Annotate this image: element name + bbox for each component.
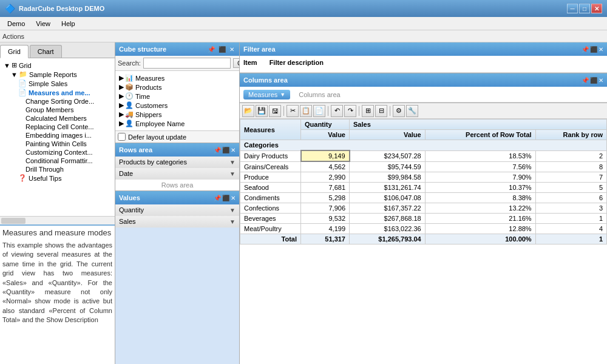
cube-customers[interactable]: ▶ 👤 Customers (117, 101, 238, 110)
values-close-icon[interactable]: ✕ (231, 195, 236, 201)
tree-group[interactable]: Group Members (1, 106, 114, 114)
values-float-icon[interactable]: ⬛ (222, 195, 229, 201)
tree-embed-label: Embedding images i... (25, 132, 92, 139)
rows-close-icon[interactable]: ✕ (231, 147, 236, 153)
toolbar-expand-btn[interactable]: ⊞ (362, 105, 374, 117)
toolbar-redo-btn[interactable]: ↷ (344, 105, 356, 117)
toolbar-settings-btn[interactable]: ⚙ (393, 105, 405, 117)
filter-content: Item Filter description (240, 56, 607, 73)
tab-grid[interactable]: Grid (0, 45, 29, 58)
tree-replacing[interactable]: Replacing Cell Conte... (1, 123, 114, 131)
cols-close-icon[interactable]: ✕ (599, 77, 603, 84)
rows-area-panel: Rows area 📌 ⬛ ✕ Products by categories ▼… (115, 143, 239, 191)
measures-chip[interactable]: Measures ▼ (243, 90, 290, 99)
tree-sorting[interactable]: Change Sorting Orde... (1, 97, 114, 106)
cube-employee[interactable]: ▶ 👤 Employee Name (117, 119, 238, 128)
tab-chart[interactable]: Chart (30, 45, 62, 58)
minimize-button[interactable]: ─ (567, 4, 578, 13)
cell-qty: 9,149 (301, 150, 350, 161)
values-item-qty[interactable]: Quantity ▼ (115, 204, 239, 216)
tree-customizing[interactable]: Customizing Context... (1, 148, 114, 157)
expand-employee: ▶ (119, 120, 124, 127)
rows-date-dropdown-icon[interactable]: ▼ (229, 170, 236, 177)
rows-item-products[interactable]: Products by categories ▼ (115, 157, 239, 168)
cols-pin-icon[interactable]: 📌 (582, 77, 589, 84)
values-item-sales[interactable]: Sales ▼ (115, 216, 239, 228)
rows-float-icon[interactable]: ⬛ (222, 147, 229, 153)
toolbar-paste-btn[interactable]: 📄 (313, 105, 325, 117)
menu-help[interactable]: Help (56, 19, 80, 29)
menu-view[interactable]: View (31, 19, 55, 29)
maximize-button[interactable]: □ (579, 4, 590, 13)
actionsbar: Actions (0, 30, 607, 42)
cell-category: Meat/Poultry (240, 224, 301, 234)
close-button[interactable]: ✕ (591, 4, 602, 13)
tree-drill[interactable]: Drill Through (1, 165, 114, 174)
measures-chip-dropdown[interactable]: ▼ (280, 92, 285, 98)
cols-float-icon[interactable]: ⬛ (590, 77, 597, 84)
cube-tree: ▶ 📊 Measures ▶ 📦 Products ▶ 🕐 Tim (115, 71, 239, 130)
tree-useful[interactable]: ❓ Useful Tips (1, 174, 114, 183)
cube-float-icon[interactable]: ⬛ (217, 46, 227, 53)
cube-pin-icon[interactable]: 📌 (206, 46, 216, 53)
toolbar-copy-btn[interactable]: 📋 (300, 105, 312, 117)
tree-painting[interactable]: Painting Within Cells (1, 140, 114, 148)
search-input[interactable] (143, 58, 231, 69)
qty-value-header: Value (328, 131, 345, 138)
values-sales-dropdown-icon[interactable]: ▼ (229, 218, 236, 225)
total-row: Total 51,317 $1,265,793.04 100.00% 1 (240, 234, 607, 244)
cube-products[interactable]: ▶ 📦 Products (117, 83, 238, 92)
rows-title: Rows area (119, 146, 152, 153)
cube-close-icon[interactable]: ✕ (228, 46, 236, 53)
toolbar-save2-btn[interactable]: 🖫 (269, 105, 281, 117)
tree-calc[interactable]: Calculated Members (1, 114, 114, 123)
filter-float-icon[interactable]: ⬛ (590, 46, 597, 53)
rows-products-label: Products by categories (119, 158, 227, 166)
products-icon: 📦 (125, 83, 134, 91)
values-qty-dropdown-icon[interactable]: ▼ (229, 207, 236, 214)
app-icon: 🔷 (5, 4, 15, 13)
filter-icons: 📌 ⬛ ✕ (582, 46, 603, 53)
defer-checkbox[interactable] (118, 133, 126, 141)
menu-demo[interactable]: Demo (2, 19, 30, 29)
toolbar-more-btn[interactable]: 🔧 (406, 105, 418, 117)
pct-header: Percent of Row Total (466, 131, 532, 138)
cell-pct: 21.16% (425, 214, 535, 224)
cube-time[interactable]: ▶ 🕐 Time (117, 92, 238, 101)
time-icon: 🕐 (125, 92, 134, 100)
cell-category: Confections (240, 203, 301, 214)
tree-embedding[interactable]: Embedding images i... (1, 131, 114, 140)
th-rank: Rank by row (535, 130, 606, 140)
values-title: Values (119, 194, 140, 201)
tree-simple-sales[interactable]: 📄 Simple Sales (1, 79, 114, 88)
tree-root-grid[interactable]: ▼ ⊞ Grid (1, 61, 114, 70)
toolbar-save-btn[interactable]: 💾 (256, 105, 268, 117)
rows-item-date[interactable]: Date ▼ (115, 168, 239, 180)
rows-dropdown-icon[interactable]: ▼ (229, 159, 236, 166)
total-rank: 1 (535, 234, 606, 244)
tree-measures-me[interactable]: 📄 Measures and me... (1, 88, 114, 97)
cell-pct: 18.53% (425, 150, 535, 161)
cols-title: Columns area (243, 76, 288, 84)
cell-pct: 7.90% (425, 172, 535, 183)
expand-icon-reports: ▼ (11, 71, 18, 78)
toolbar-open-btn[interactable]: 📂 (242, 105, 254, 117)
filter-pin-icon[interactable]: 📌 (582, 46, 589, 53)
th-pct: Percent of Row Total (425, 130, 535, 140)
toolbar-cut-btn[interactable]: ✂ (287, 105, 299, 117)
columns-area: Columns area 📌 ⬛ ✕ Measures ▼ Columns ar… (240, 73, 607, 103)
toolbar-sep4 (390, 106, 390, 116)
rows-pin-icon[interactable]: 📌 (214, 147, 221, 153)
toolbar-undo-btn[interactable]: ↶ (331, 105, 343, 117)
filter-close-icon[interactable]: ✕ (599, 46, 603, 53)
cube-measures[interactable]: ▶ 📊 Measures (117, 73, 238, 83)
tree-hscroll[interactable] (0, 216, 115, 224)
values-pin-icon[interactable]: 📌 (214, 195, 221, 201)
toolbar-collapse-btn[interactable]: ⊟ (375, 105, 387, 117)
titlebar: 🔷 RadarCube Desktop DEMO ─ □ ✕ (0, 0, 607, 17)
cube-shippers[interactable]: ▶ 🚚 Shippers (117, 110, 238, 119)
tree-sample-reports[interactable]: ▼ 📁 Sample Reports (1, 70, 114, 79)
tree-conditional[interactable]: Conditional Formattir... (1, 157, 114, 165)
data-panel: Filter area 📌 ⬛ ✕ Item Filter descriptio… (240, 42, 607, 364)
clear-button[interactable]: Clear (233, 58, 240, 68)
